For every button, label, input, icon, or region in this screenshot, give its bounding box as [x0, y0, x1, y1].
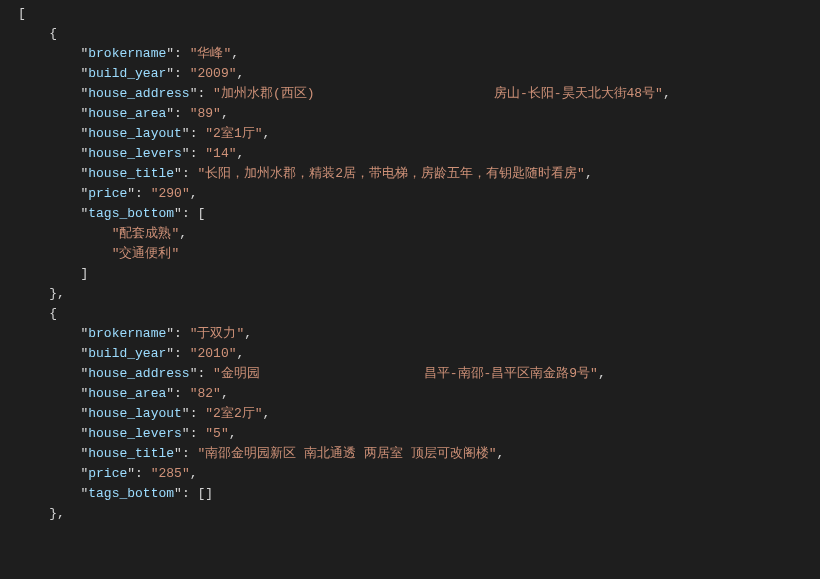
code-line: "交通便利" [18, 244, 820, 264]
code-line: "build_year": "2009", [18, 64, 820, 84]
code-line: "house_area": "89", [18, 104, 820, 124]
code-line: "house_title": "南邵金明园新区 南北通透 两居室 顶层可改阁楼"… [18, 444, 820, 464]
code-line: "house_address": "金明园 昌平-南邵-昌平区南金路9号", [18, 364, 820, 384]
code-line: "build_year": "2010", [18, 344, 820, 364]
code-editor[interactable]: [ { "brokername": "华峰", "build_year": "2… [0, 0, 820, 524]
code-line: }, [18, 284, 820, 304]
code-line: { [18, 304, 820, 324]
code-line: "house_levers": "5", [18, 424, 820, 444]
code-line: "house_layout": "2室2厅", [18, 404, 820, 424]
code-line: "brokername": "华峰", [18, 44, 820, 64]
code-line: "brokername": "于双力", [18, 324, 820, 344]
code-line: "tags_bottom": [] [18, 484, 820, 504]
code-line: "tags_bottom": [ [18, 204, 820, 224]
code-line: ] [18, 264, 820, 284]
code-line: "house_area": "82", [18, 384, 820, 404]
code-line: "配套成熟", [18, 224, 820, 244]
code-line: "price": "290", [18, 184, 820, 204]
code-line: [ [18, 4, 820, 24]
code-line: "house_address": "加州水郡(西区) 房山-长阳-昊天北大街48… [18, 84, 820, 104]
code-line: "house_levers": "14", [18, 144, 820, 164]
code-line: { [18, 24, 820, 44]
code-line: "price": "285", [18, 464, 820, 484]
code-line: }, [18, 504, 820, 524]
code-line: "house_layout": "2室1厅", [18, 124, 820, 144]
code-line: "house_title": "长阳，加州水郡，精装2居，带电梯，房龄五年，有钥… [18, 164, 820, 184]
